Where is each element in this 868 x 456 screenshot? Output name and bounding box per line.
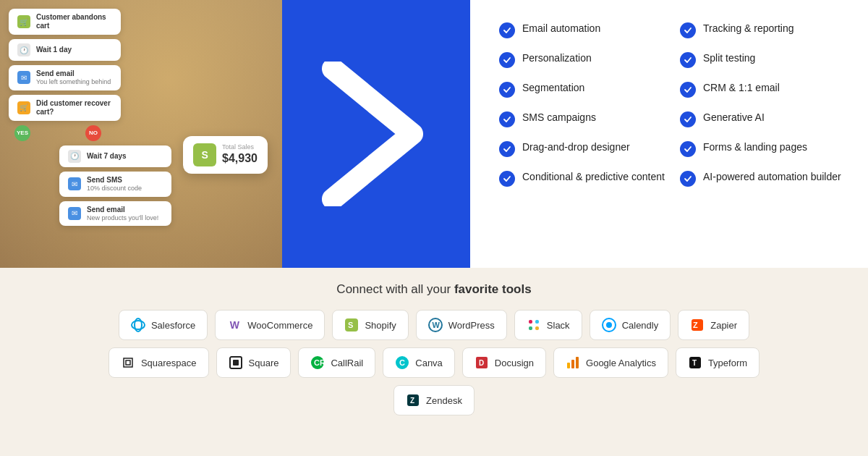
chevron-icon bbox=[318, 62, 434, 206]
zapier-icon: Z bbox=[690, 318, 705, 332]
workflow-card-trigger: 🛒 Customer abandons cart bbox=[9, 9, 121, 35]
feature-label-sms-campaigns: SMS campaigns bbox=[522, 111, 596, 124]
check-icon-crm bbox=[680, 82, 696, 98]
tools-title-text: Connect with all your bbox=[336, 282, 454, 296]
sms-icon: ✉ bbox=[68, 177, 81, 190]
check-icon-ai-automation bbox=[680, 171, 696, 187]
check-icon-ai bbox=[680, 111, 696, 127]
middle-panel bbox=[282, 0, 470, 268]
right-panel: Email automation Tracking & reporting Pe… bbox=[470, 0, 868, 268]
svg-rect-6 bbox=[529, 320, 532, 324]
svg-rect-15 bbox=[233, 360, 239, 366]
woocommerce-icon: W bbox=[227, 318, 242, 332]
workflow-card-wait7: 🕐 Wait 7 days bbox=[59, 145, 171, 167]
tool-wordpress[interactable]: W WordPress bbox=[416, 310, 507, 340]
svg-rect-9 bbox=[535, 326, 539, 330]
canva-icon: C bbox=[395, 355, 409, 370]
wordpress-icon: W bbox=[428, 318, 443, 332]
tool-calendly[interactable]: Calendly bbox=[590, 310, 671, 340]
card-sub-email1: You left something behind bbox=[36, 78, 111, 86]
card-title-email1: Send email bbox=[36, 69, 111, 78]
card-sub-sms: 10% discount code bbox=[87, 185, 142, 193]
callrail-icon: CR bbox=[310, 355, 325, 370]
tools-row-2: Squarespace Square CR CallRail C Canva D… bbox=[29, 347, 839, 378]
tool-zapier[interactable]: Z Zapier bbox=[678, 310, 749, 340]
wordpress-label: WordPress bbox=[448, 320, 495, 331]
tools-row-3: Z Zendesk bbox=[29, 385, 839, 415]
decision-icon: 🛒 bbox=[17, 101, 30, 114]
feature-generative-ai: Generative AI bbox=[680, 111, 846, 127]
calendly-icon bbox=[602, 318, 616, 332]
svg-text:S: S bbox=[348, 321, 353, 329]
feature-label-email-automation: Email automation bbox=[522, 22, 600, 35]
card-title-sms: Send SMS bbox=[87, 176, 142, 185]
tool-typeform[interactable]: T Typeform bbox=[676, 347, 760, 378]
zendesk-icon: Z bbox=[406, 393, 420, 408]
svg-text:CR: CR bbox=[314, 358, 325, 367]
feature-label-forms-landing: Forms & landing pages bbox=[703, 140, 807, 153]
workflow-overlay: 🛒 Customer abandons cart 🕐 Wait 1 day ✉ … bbox=[0, 0, 180, 235]
feature-split-testing: Split testing bbox=[680, 51, 846, 68]
canva-label: Canva bbox=[415, 358, 443, 368]
feature-email-automation: Email automation bbox=[499, 22, 665, 38]
tool-shopify[interactable]: S Shopify bbox=[332, 310, 408, 340]
google-analytics-icon bbox=[566, 355, 580, 370]
zapier-label: Zapier bbox=[710, 320, 737, 331]
sales-label: Total Sales bbox=[222, 143, 258, 152]
sales-amount: $4,930 bbox=[222, 151, 258, 166]
card-title-trigger: Customer abandons cart bbox=[36, 13, 112, 30]
feature-label-ai-automation: AI-powered automation builder bbox=[703, 170, 841, 183]
feature-label-generative-ai: Generative AI bbox=[703, 111, 765, 124]
check-icon-personalization bbox=[499, 52, 515, 68]
check-icon-forms bbox=[680, 141, 696, 157]
typeform-label: Typeform bbox=[708, 358, 747, 368]
tool-woocommerce[interactable]: W WooCommerce bbox=[215, 310, 325, 340]
tool-zendesk[interactable]: Z Zendesk bbox=[393, 385, 475, 415]
tool-slack[interactable]: Slack bbox=[514, 310, 582, 340]
clock-icon: 🕐 bbox=[17, 43, 30, 56]
sales-text: Total Sales $4,930 bbox=[222, 143, 258, 166]
tool-docusign[interactable]: D Docusign bbox=[462, 347, 546, 378]
cart-icon: 🛒 bbox=[17, 15, 30, 28]
no-badge: NO bbox=[85, 125, 101, 141]
squarespace-icon bbox=[121, 355, 135, 370]
salesforce-label: Salesforce bbox=[151, 320, 195, 331]
svg-text:Z: Z bbox=[410, 397, 414, 405]
shopify-label: Shopify bbox=[365, 320, 396, 331]
feature-label-segmentation: Segmentation bbox=[522, 81, 584, 94]
woocommerce-label: WooCommerce bbox=[247, 320, 312, 331]
check-icon-split bbox=[680, 52, 696, 68]
card-title-email2: Send email bbox=[87, 206, 158, 214]
tool-google-analytics[interactable]: Google Analytics bbox=[553, 347, 668, 378]
svg-text:C: C bbox=[399, 358, 405, 367]
tool-squarespace[interactable]: Squarespace bbox=[109, 347, 209, 378]
svg-rect-22 bbox=[567, 363, 570, 368]
workflow-card-email1: ✉ Send email You left something behind bbox=[9, 65, 121, 90]
feature-crm-email: CRM & 1:1 email bbox=[680, 81, 846, 98]
tools-row-1: Salesforce W WooCommerce S Shopify W Wor… bbox=[29, 310, 839, 340]
sales-card: S Total Sales $4,930 bbox=[183, 136, 268, 174]
tool-salesforce[interactable]: Salesforce bbox=[119, 310, 208, 340]
salesforce-icon bbox=[131, 318, 145, 332]
feature-label-personalization: Personalization bbox=[522, 51, 592, 64]
yes-badge: YES bbox=[14, 125, 30, 141]
email-icon-2: ✉ bbox=[68, 207, 81, 220]
workflow-card-wait1: 🕐 Wait 1 day bbox=[9, 39, 121, 61]
workflow-card-question: 🛒 Did customer recover cart? bbox=[9, 95, 121, 121]
features-grid: Email automation Tracking & reporting Pe… bbox=[499, 22, 846, 187]
svg-rect-24 bbox=[576, 357, 579, 368]
check-icon-drag bbox=[499, 141, 515, 157]
feature-tracking-reporting: Tracking & reporting bbox=[680, 22, 846, 38]
tool-callrail[interactable]: CR CallRail bbox=[298, 347, 375, 378]
feature-drag-drop: Drag-and-drop designer bbox=[499, 140, 665, 157]
tool-canva[interactable]: C Canva bbox=[383, 347, 455, 378]
squarespace-label: Squarespace bbox=[141, 358, 197, 368]
bottom-section: Connect with all your favorite tools Sal… bbox=[0, 268, 868, 456]
tool-square[interactable]: Square bbox=[216, 347, 292, 378]
check-icon-segmentation bbox=[499, 82, 515, 98]
email-icon: ✉ bbox=[17, 71, 30, 84]
check-icon-email bbox=[499, 22, 515, 38]
check-icon-sms bbox=[499, 111, 515, 127]
svg-text:T: T bbox=[692, 359, 697, 367]
google-analytics-label: Google Analytics bbox=[586, 358, 656, 368]
